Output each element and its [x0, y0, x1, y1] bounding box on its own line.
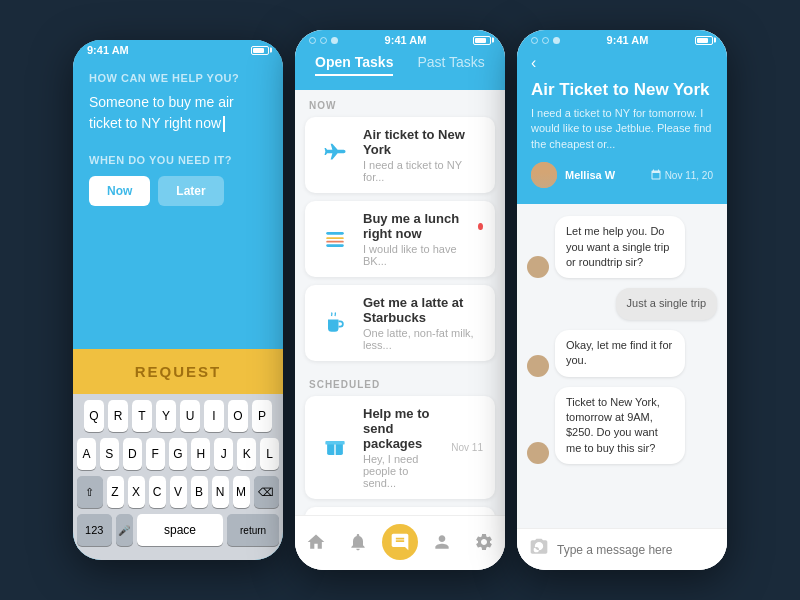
- key-s[interactable]: S: [100, 438, 119, 470]
- battery-icon-1: [251, 46, 269, 55]
- key-v[interactable]: V: [170, 476, 187, 508]
- later-button[interactable]: Later: [158, 176, 223, 206]
- chat-area: Let me help you. Do you want a single tr…: [517, 204, 727, 528]
- signal-dot-1: [309, 37, 316, 44]
- meta-row: Mellisa W Nov 11, 20: [531, 162, 713, 188]
- key-r[interactable]: R: [108, 400, 128, 432]
- key-f[interactable]: F: [146, 438, 165, 470]
- key-k[interactable]: K: [237, 438, 256, 470]
- input-text: Someone to buy me air ticket to NY right…: [89, 94, 234, 131]
- task-date-packages: Nov 11: [451, 442, 483, 453]
- key-m[interactable]: M: [233, 476, 250, 508]
- urgent-dot: [478, 223, 483, 230]
- plane-icon: [317, 137, 353, 173]
- nav-chat[interactable]: [382, 524, 418, 560]
- when-label: WHEN DO YOU NEED IT?: [89, 154, 267, 166]
- task-title-coffee: Get me a latte at Starbucks: [363, 295, 483, 325]
- key-return[interactable]: return: [227, 514, 279, 546]
- request-bar[interactable]: REQUEST: [73, 349, 283, 394]
- bubble-text-2: Just a single trip: [616, 288, 717, 319]
- key-b[interactable]: B: [191, 476, 208, 508]
- meta-name: Mellisa W: [565, 169, 615, 181]
- signal-dot-2: [320, 37, 327, 44]
- cursor: [223, 116, 225, 132]
- svg-rect-0: [326, 232, 344, 235]
- task-lunch[interactable]: Buy me a lunch right now I would like to…: [305, 201, 495, 277]
- time-2: 9:41 AM: [385, 34, 427, 46]
- chat-input-bar: [517, 528, 727, 570]
- chat-input[interactable]: [557, 543, 715, 557]
- nav-bell[interactable]: [340, 524, 376, 560]
- key-u[interactable]: U: [180, 400, 200, 432]
- key-mic[interactable]: 🎤: [116, 514, 133, 546]
- task-packages[interactable]: Help me to send packages Hey, I need peo…: [305, 396, 495, 499]
- tabs: Open Tasks Past Tasks: [295, 54, 505, 76]
- section-now: NOW: [295, 90, 505, 117]
- task-list: NOW Air ticket to New York I need a tick…: [295, 90, 505, 515]
- camera-icon[interactable]: [529, 537, 549, 562]
- now-button[interactable]: Now: [89, 176, 150, 206]
- nav-person[interactable]: [424, 524, 460, 560]
- task-sub-packages: Hey, I need people to send...: [363, 453, 441, 489]
- key-delete[interactable]: ⌫: [254, 476, 280, 508]
- keyboard: Q R T Y U I O P A S D F G H J K: [73, 394, 283, 560]
- chat-msg-1: Let me help you. Do you want a single tr…: [527, 216, 717, 278]
- task-air-ticket[interactable]: Air ticket to New York I need a ticket t…: [305, 117, 495, 193]
- tab-past-tasks[interactable]: Past Tasks: [417, 54, 484, 76]
- task-title-lunch: Buy me a lunch right now: [363, 211, 483, 241]
- chat-avatar-3: [527, 355, 549, 377]
- svg-rect-2: [326, 241, 344, 243]
- key-j[interactable]: J: [214, 438, 233, 470]
- key-shift[interactable]: ⇧: [77, 476, 103, 508]
- key-y[interactable]: Y: [156, 400, 176, 432]
- key-l[interactable]: L: [260, 438, 279, 470]
- svg-rect-5: [325, 441, 344, 445]
- key-a[interactable]: A: [77, 438, 96, 470]
- svg-rect-1: [326, 237, 344, 239]
- key-c[interactable]: C: [149, 476, 166, 508]
- task-sub-lunch: I would like to have BK...: [363, 243, 483, 267]
- status-bar-3: 9:41 AM: [517, 30, 727, 50]
- bubble-text-4: Ticket to New York, tomorrow at 9AM, $25…: [555, 387, 685, 465]
- key-p[interactable]: P: [252, 400, 272, 432]
- key-z[interactable]: Z: [107, 476, 124, 508]
- meta-date: Nov 11, 20: [650, 169, 713, 181]
- section-scheduled: SCHEDULED: [295, 369, 505, 396]
- task-info-coffee: Get me a latte at Starbucks One latte, n…: [363, 295, 483, 351]
- burger-icon: [317, 221, 353, 257]
- tab-open-tasks[interactable]: Open Tasks: [315, 54, 393, 76]
- bottom-nav: [295, 515, 505, 570]
- task-movie[interactable]: Help me buy movie ticket I want to watch…: [305, 507, 495, 515]
- signal-dot-a: [531, 37, 538, 44]
- key-h[interactable]: H: [191, 438, 210, 470]
- ticket-desc: I need a ticket to NY for tomorrow. I wo…: [531, 106, 713, 152]
- task-coffee[interactable]: Get me a latte at Starbucks One latte, n…: [305, 285, 495, 361]
- back-button[interactable]: ‹: [531, 54, 536, 72]
- key-x[interactable]: X: [128, 476, 145, 508]
- nav-home[interactable]: [298, 524, 334, 560]
- task-title-air: Air ticket to New York: [363, 127, 483, 157]
- time-buttons: Now Later: [89, 176, 267, 206]
- key-n[interactable]: N: [212, 476, 229, 508]
- user-avatar: [531, 162, 557, 188]
- tasks-header: Open Tasks Past Tasks: [295, 50, 505, 90]
- key-q[interactable]: Q: [84, 400, 104, 432]
- chat-msg-4: Ticket to New York, tomorrow at 9AM, $25…: [527, 387, 717, 465]
- key-d[interactable]: D: [123, 438, 142, 470]
- key-123[interactable]: 123: [77, 514, 112, 546]
- key-g[interactable]: G: [169, 438, 188, 470]
- chat-msg-2: Just a single trip: [527, 288, 717, 319]
- task-title-packages: Help me to send packages: [363, 406, 441, 451]
- battery-icon-2: [473, 36, 491, 45]
- nav-gear[interactable]: [466, 524, 502, 560]
- text-input-area[interactable]: Someone to buy me air ticket to NY right…: [89, 92, 267, 134]
- key-space[interactable]: space: [137, 514, 223, 546]
- bubble-text-3: Okay, let me find it for you.: [555, 330, 685, 377]
- key-o[interactable]: O: [228, 400, 248, 432]
- task-info-packages: Help me to send packages Hey, I need peo…: [363, 406, 441, 489]
- coffee-icon: [317, 305, 353, 341]
- phone-screen-1: 9:41 AM HOW CAN WE HELP YOU? Someone to …: [73, 40, 283, 560]
- time-1: 9:41 AM: [87, 44, 129, 56]
- key-t[interactable]: T: [132, 400, 152, 432]
- key-i[interactable]: I: [204, 400, 224, 432]
